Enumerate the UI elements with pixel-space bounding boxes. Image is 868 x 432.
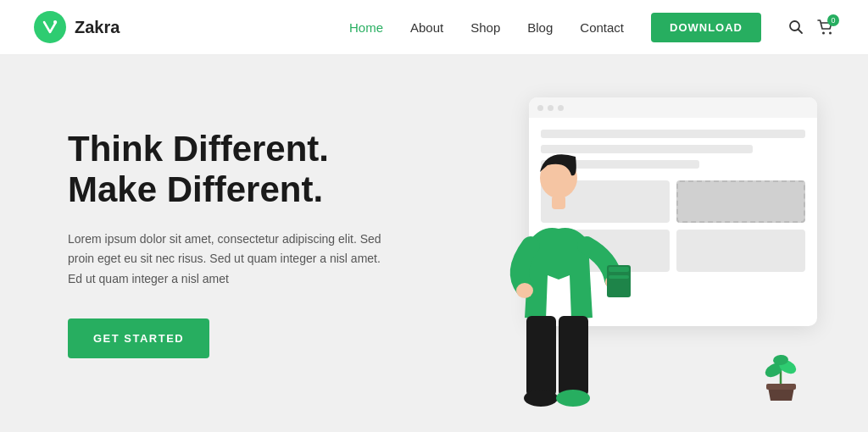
logo-text: Zakra <box>75 18 120 37</box>
browser-dot-3 <box>558 105 564 111</box>
svg-point-4 <box>829 32 832 35</box>
svg-point-14 <box>524 390 558 407</box>
search-icon <box>788 19 804 35</box>
hero-content: Think Different. Make Different. Lorem i… <box>68 129 390 358</box>
hero-description: Lorem ipsum dolor sit amet, consectetur … <box>68 230 390 290</box>
svg-rect-16 <box>766 384 796 390</box>
nav-contact[interactable]: Contact <box>580 20 624 35</box>
svg-line-2 <box>798 30 803 34</box>
browser-dot-2 <box>548 105 554 111</box>
hero-section: Think Different. Make Different. Lorem i… <box>0 55 868 432</box>
nav-blog[interactable]: Blog <box>527 20 553 35</box>
hero-title: Think Different. Make Different. <box>68 129 390 211</box>
svg-point-3 <box>822 32 825 35</box>
person-illustration <box>478 140 631 411</box>
svg-point-0 <box>53 20 57 24</box>
svg-point-15 <box>556 390 590 407</box>
svg-rect-13 <box>559 316 588 396</box>
browser-dot-1 <box>537 105 543 111</box>
cart-badge: 0 <box>827 14 839 26</box>
svg-rect-12 <box>526 316 556 396</box>
svg-point-6 <box>516 283 533 298</box>
svg-rect-10 <box>609 275 629 279</box>
hero-illustration <box>453 80 817 411</box>
browser-card-2 <box>676 180 805 223</box>
download-button[interactable]: DOWNLOAD <box>651 13 761 42</box>
nav-about[interactable]: About <box>410 20 443 35</box>
browser-bar <box>529 97 817 118</box>
nav-home[interactable]: Home <box>349 20 383 35</box>
logo-icon <box>34 11 66 43</box>
search-button[interactable] <box>788 19 804 35</box>
svg-rect-9 <box>609 267 629 272</box>
logo[interactable]: Zakra <box>34 11 120 43</box>
header: Zakra Home About Shop Blog Contact DOWNL… <box>0 0 868 55</box>
get-started-button[interactable]: GET STARTED <box>68 318 209 358</box>
nav-icons: 0 <box>788 19 834 35</box>
main-nav: Home About Shop Blog Contact DOWNLOAD 0 <box>349 13 834 42</box>
browser-row-1 <box>541 130 805 138</box>
browser-card-4 <box>676 230 805 272</box>
cart-button[interactable]: 0 <box>817 19 834 35</box>
svg-rect-11 <box>552 196 565 209</box>
nav-shop[interactable]: Shop <box>470 20 500 35</box>
plant-illustration <box>758 343 804 402</box>
